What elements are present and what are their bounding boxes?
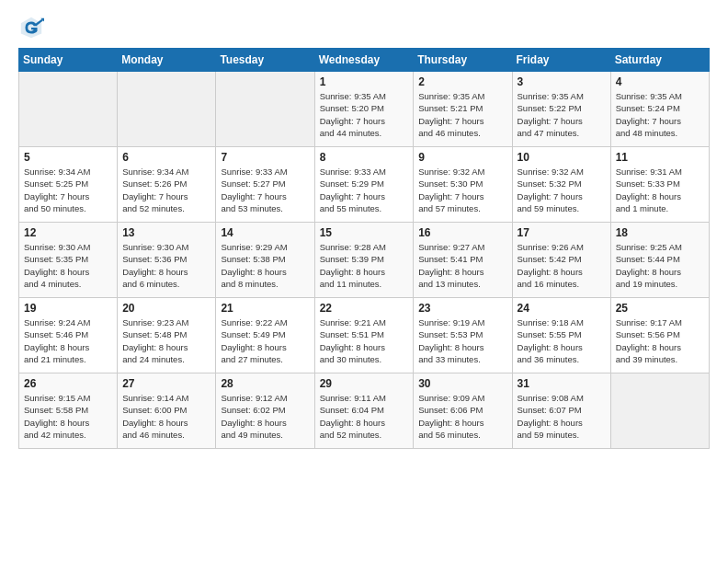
page: SundayMondayTuesdayWednesdayThursdayFrid…	[0, 0, 728, 458]
day-info: Sunrise: 9:19 AM Sunset: 5:53 PM Dayligh…	[418, 316, 506, 365]
day-number: 7	[221, 151, 309, 164]
day-cell: 20Sunrise: 9:23 AM Sunset: 5:48 PM Dayli…	[118, 298, 216, 373]
weekday-header-monday: Monday	[118, 49, 216, 72]
day-cell	[19, 72, 118, 147]
day-cell: 23Sunrise: 9:19 AM Sunset: 5:53 PM Dayli…	[414, 298, 512, 373]
weekday-header-thursday: Thursday	[414, 49, 512, 72]
day-number: 31	[518, 377, 606, 390]
day-cell: 29Sunrise: 9:11 AM Sunset: 6:04 PM Dayli…	[314, 373, 414, 449]
day-number: 5	[24, 151, 112, 164]
day-number: 30	[418, 377, 506, 390]
weekday-header-saturday: Saturday	[610, 49, 709, 72]
day-number: 1	[320, 75, 409, 88]
day-number: 18	[616, 226, 704, 239]
day-number: 24	[518, 302, 606, 315]
day-cell	[610, 373, 709, 449]
day-cell: 8Sunrise: 9:33 AM Sunset: 5:29 PM Daylig…	[314, 147, 414, 223]
weekday-header-tuesday: Tuesday	[216, 49, 314, 72]
day-number: 23	[418, 302, 506, 315]
day-info: Sunrise: 9:30 AM Sunset: 5:36 PM Dayligh…	[122, 241, 210, 290]
day-cell: 21Sunrise: 9:22 AM Sunset: 5:49 PM Dayli…	[216, 298, 314, 373]
day-info: Sunrise: 9:23 AM Sunset: 5:48 PM Dayligh…	[122, 316, 210, 365]
day-cell: 6Sunrise: 9:34 AM Sunset: 5:26 PM Daylig…	[118, 147, 216, 223]
day-info: Sunrise: 9:28 AM Sunset: 5:39 PM Dayligh…	[320, 241, 409, 290]
day-info: Sunrise: 9:31 AM Sunset: 5:33 PM Dayligh…	[616, 166, 704, 214]
day-info: Sunrise: 9:17 AM Sunset: 5:56 PM Dayligh…	[616, 316, 704, 365]
day-cell: 2Sunrise: 9:35 AM Sunset: 5:21 PM Daylig…	[414, 72, 512, 147]
day-info: Sunrise: 9:35 AM Sunset: 5:22 PM Dayligh…	[518, 90, 606, 139]
day-info: Sunrise: 9:08 AM Sunset: 6:07 PM Dayligh…	[518, 392, 606, 441]
day-number: 10	[518, 151, 606, 164]
day-cell: 11Sunrise: 9:31 AM Sunset: 5:33 PM Dayli…	[610, 147, 709, 223]
weekday-header-wednesday: Wednesday	[314, 49, 414, 72]
day-number: 4	[616, 75, 704, 88]
day-info: Sunrise: 9:32 AM Sunset: 5:32 PM Dayligh…	[518, 166, 606, 214]
day-cell: 13Sunrise: 9:30 AM Sunset: 5:36 PM Dayli…	[118, 223, 216, 298]
day-info: Sunrise: 9:22 AM Sunset: 5:49 PM Dayligh…	[221, 316, 309, 365]
weekday-header-sunday: Sunday	[19, 49, 118, 72]
day-number: 2	[418, 75, 506, 88]
day-info: Sunrise: 9:21 AM Sunset: 5:51 PM Dayligh…	[320, 316, 409, 365]
day-number: 19	[24, 302, 112, 315]
day-number: 22	[320, 302, 409, 315]
logo-icon	[18, 15, 44, 40]
day-cell	[118, 72, 216, 147]
day-info: Sunrise: 9:27 AM Sunset: 5:41 PM Dayligh…	[418, 241, 506, 290]
calendar-header: SundayMondayTuesdayWednesdayThursdayFrid…	[19, 49, 710, 72]
day-number: 9	[418, 151, 506, 164]
day-number: 17	[518, 226, 606, 239]
day-number: 25	[616, 302, 704, 315]
header	[18, 15, 710, 40]
day-info: Sunrise: 9:18 AM Sunset: 5:55 PM Dayligh…	[518, 316, 606, 365]
day-info: Sunrise: 9:14 AM Sunset: 6:00 PM Dayligh…	[122, 392, 210, 441]
day-info: Sunrise: 9:25 AM Sunset: 5:44 PM Dayligh…	[616, 241, 704, 290]
day-number: 12	[24, 226, 112, 239]
day-number: 14	[221, 226, 309, 239]
week-row-1: 1Sunrise: 9:35 AM Sunset: 5:20 PM Daylig…	[19, 72, 710, 147]
day-info: Sunrise: 9:09 AM Sunset: 6:06 PM Dayligh…	[418, 392, 506, 441]
week-row-2: 5Sunrise: 9:34 AM Sunset: 5:25 PM Daylig…	[19, 147, 710, 223]
day-cell: 9Sunrise: 9:32 AM Sunset: 5:30 PM Daylig…	[414, 147, 512, 223]
day-info: Sunrise: 9:24 AM Sunset: 5:46 PM Dayligh…	[24, 316, 112, 365]
day-cell: 22Sunrise: 9:21 AM Sunset: 5:51 PM Dayli…	[314, 298, 414, 373]
week-row-5: 26Sunrise: 9:15 AM Sunset: 5:58 PM Dayli…	[19, 373, 710, 449]
day-info: Sunrise: 9:29 AM Sunset: 5:38 PM Dayligh…	[221, 241, 309, 290]
day-cell: 5Sunrise: 9:34 AM Sunset: 5:25 PM Daylig…	[19, 147, 118, 223]
weekday-row: SundayMondayTuesdayWednesdayThursdayFrid…	[19, 49, 710, 72]
weekday-header-friday: Friday	[512, 49, 610, 72]
day-info: Sunrise: 9:15 AM Sunset: 5:58 PM Dayligh…	[24, 392, 112, 441]
day-number: 29	[320, 377, 409, 390]
day-info: Sunrise: 9:35 AM Sunset: 5:20 PM Dayligh…	[320, 90, 409, 139]
day-info: Sunrise: 9:35 AM Sunset: 5:21 PM Dayligh…	[418, 90, 506, 139]
day-cell: 31Sunrise: 9:08 AM Sunset: 6:07 PM Dayli…	[512, 373, 610, 449]
week-row-4: 19Sunrise: 9:24 AM Sunset: 5:46 PM Dayli…	[19, 298, 710, 373]
day-cell: 10Sunrise: 9:32 AM Sunset: 5:32 PM Dayli…	[512, 147, 610, 223]
day-info: Sunrise: 9:26 AM Sunset: 5:42 PM Dayligh…	[518, 241, 606, 290]
day-info: Sunrise: 9:12 AM Sunset: 6:02 PM Dayligh…	[221, 392, 309, 441]
day-cell: 27Sunrise: 9:14 AM Sunset: 6:00 PM Dayli…	[118, 373, 216, 449]
day-info: Sunrise: 9:32 AM Sunset: 5:30 PM Dayligh…	[418, 166, 506, 214]
day-cell: 12Sunrise: 9:30 AM Sunset: 5:35 PM Dayli…	[19, 223, 118, 298]
day-number: 15	[320, 226, 409, 239]
day-number: 16	[418, 226, 506, 239]
day-number: 6	[122, 151, 210, 164]
day-number: 27	[122, 377, 210, 390]
day-number: 8	[320, 151, 409, 164]
day-info: Sunrise: 9:33 AM Sunset: 5:29 PM Dayligh…	[320, 166, 409, 214]
day-number: 13	[122, 226, 210, 239]
logo	[18, 15, 48, 40]
calendar-table: SundayMondayTuesdayWednesdayThursdayFrid…	[18, 48, 710, 449]
day-cell: 15Sunrise: 9:28 AM Sunset: 5:39 PM Dayli…	[314, 223, 414, 298]
day-cell: 24Sunrise: 9:18 AM Sunset: 5:55 PM Dayli…	[512, 298, 610, 373]
day-info: Sunrise: 9:33 AM Sunset: 5:27 PM Dayligh…	[221, 166, 309, 214]
day-cell: 19Sunrise: 9:24 AM Sunset: 5:46 PM Dayli…	[19, 298, 118, 373]
day-cell: 16Sunrise: 9:27 AM Sunset: 5:41 PM Dayli…	[414, 223, 512, 298]
day-cell	[216, 72, 314, 147]
day-number: 11	[616, 151, 704, 164]
day-number: 26	[24, 377, 112, 390]
day-info: Sunrise: 9:30 AM Sunset: 5:35 PM Dayligh…	[24, 241, 112, 290]
day-number: 3	[518, 75, 606, 88]
day-info: Sunrise: 9:34 AM Sunset: 5:25 PM Dayligh…	[24, 166, 112, 214]
day-cell: 30Sunrise: 9:09 AM Sunset: 6:06 PM Dayli…	[414, 373, 512, 449]
day-cell: 1Sunrise: 9:35 AM Sunset: 5:20 PM Daylig…	[314, 72, 414, 147]
